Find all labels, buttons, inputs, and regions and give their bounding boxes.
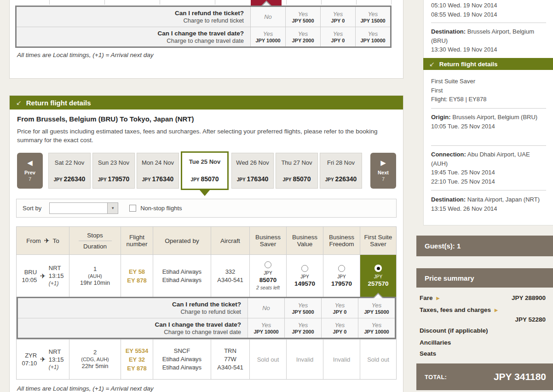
- destination-time: 13:15 Wed. 26 Nov 2014: [431, 204, 547, 213]
- date-tab-sat-22-nov[interactable]: Sat 22 Nov JPY226340: [48, 153, 91, 189]
- aircraft-type: A340-541: [217, 363, 243, 372]
- refund-question: Can I refund the ticket?: [18, 301, 241, 308]
- seats-line: Seats: [420, 350, 546, 357]
- connection-time: 19:45 Tue. 25 Nov 2014: [431, 168, 547, 177]
- sidebar-return-flight-details-header[interactable]: ↙ Return flight details: [423, 58, 553, 70]
- next-day-indicator: (+1): [49, 280, 64, 288]
- seats-label: Seats: [420, 350, 436, 357]
- from-time: 10:05: [22, 276, 37, 284]
- change-date-row: Can I change the travel date? Charge to …: [17, 27, 390, 46]
- expand-taxes-icon[interactable]: ▶: [495, 308, 498, 312]
- discount-line: Discount (if applicable): [420, 327, 546, 334]
- header-duration: Duration: [83, 243, 107, 250]
- header-business-freedom: Business Freedom: [323, 227, 360, 254]
- plane-icon: ✈: [40, 356, 46, 363]
- ancillaries-line: Ancillaries: [420, 339, 546, 346]
- route-title: From Brussels, Belgium (BRU) To Tokyo, J…: [17, 115, 194, 123]
- next-arrow-icon: ▶: [380, 159, 386, 167]
- header-stops: Stops: [87, 232, 103, 239]
- stops-count: 2: [93, 348, 97, 357]
- outbound-flight-panel: Can I refund the ticket? Charge to refun…: [9, 0, 403, 79]
- fare-invalid: Invalid: [286, 340, 323, 379]
- fare-radio[interactable]: [301, 265, 308, 272]
- date-tab-tue-25-nov-selected[interactable]: Tue 25 Nov JPY85070: [181, 151, 229, 190]
- date-tab-mon-24-nov[interactable]: Mon 24 Nov JPY176340: [137, 153, 179, 189]
- aircraft-type: A340-541: [217, 276, 243, 284]
- nonstop-flights-checkbox[interactable]: [129, 205, 136, 212]
- ancillaries-label: Ancillaries: [420, 339, 451, 346]
- expand-fare-icon[interactable]: ▶: [437, 296, 440, 300]
- prev-dates-button[interactable]: ◀ Prev 7: [17, 153, 43, 189]
- date-tab-sun-23-nov[interactable]: Sun 23 Nov JPY179570: [92, 153, 135, 189]
- fare-first-suite-saver-selected[interactable]: JPY 257570: [360, 255, 396, 297]
- change-value-cell: YesJPY 10000: [250, 27, 285, 46]
- cabin-class: First: [431, 86, 547, 95]
- fare-business-saver[interactable]: JPY 85070 2 seats left: [249, 255, 286, 297]
- prev-arrow-icon: ◀: [27, 159, 33, 167]
- fare-radio-selected[interactable]: [374, 265, 382, 272]
- plane-icon: ✈: [44, 237, 50, 244]
- column-divider: [321, 0, 322, 5]
- to-time: 13:15: [49, 272, 64, 280]
- change-date-row: Can I change the travel date? Charge to …: [18, 318, 395, 338]
- date-tab-fri-28-nov[interactable]: Fri 28 Nov JPY226340: [320, 153, 362, 189]
- column-divider: [215, 0, 215, 5]
- change-value-cell: YesJPY 10000: [358, 318, 395, 338]
- header-from: From: [26, 237, 41, 244]
- fare-value: JPY 288900: [512, 294, 546, 301]
- header-flight-number: Flight number: [121, 227, 153, 254]
- fare-name: First Suite Saver: [431, 77, 547, 86]
- date-tab-wed-26-nov[interactable]: Wed 26 Nov JPY176340: [231, 153, 274, 189]
- fare-radio[interactable]: [338, 265, 345, 272]
- fare-business-freedom[interactable]: JPY 179570: [323, 255, 360, 297]
- origin-label: Origin:: [431, 114, 451, 121]
- column-divider: [356, 0, 357, 5]
- change-value-cell: YesJPY 10000: [248, 318, 284, 338]
- flight-number: EY 878: [127, 364, 146, 373]
- discount-label: Discount (if applicable): [420, 327, 488, 334]
- selected-fare-tab-outbound[interactable]: [251, 0, 282, 6]
- section-title: Return flight details: [26, 99, 91, 107]
- local-times-note: All times are Local timings, (+1) = Arri…: [17, 52, 154, 58]
- change-value-cell: YesJPY 10000: [355, 27, 390, 46]
- route-description: Price for all guests including estimated…: [17, 127, 385, 144]
- operated-by: Etihad Airways: [162, 355, 202, 363]
- fare-invalid: Invalid: [323, 340, 360, 379]
- stops-count: 1: [93, 265, 97, 273]
- operated-by: SNCF: [174, 347, 190, 355]
- flight-row: BRU 10:05 ✈ NRT 13:15 (+1) 1 (AUH) 19hr …: [17, 254, 396, 297]
- selected-fare-block: First Suite Saver First Flight: EY58 | E…: [431, 77, 547, 104]
- flight-numbers: Flight: EY58 | EY878: [431, 95, 547, 104]
- operated-by: Etihad Airways: [162, 276, 202, 284]
- return-flight-details-header[interactable]: ↙ Return flight details: [10, 96, 403, 110]
- fare-radio[interactable]: [265, 261, 271, 268]
- refund-value-cell: No: [250, 7, 285, 27]
- divider: [431, 145, 546, 146]
- from-time: 07:10: [22, 359, 37, 367]
- via-airports: (CDG, AUH): [81, 357, 109, 362]
- fare-business-value[interactable]: JPY 149570: [286, 255, 323, 297]
- sort-by-dropdown[interactable]: ▼: [49, 202, 118, 214]
- change-value-cell: YesJPY 2000: [285, 27, 320, 46]
- refund-value-cell: YesJPY 5000: [284, 298, 321, 318]
- next-dates-button[interactable]: ▶ Next 7: [370, 153, 396, 189]
- divider: [431, 23, 546, 23]
- refund-value-cell: YesJPY 0: [321, 298, 358, 318]
- column-divider: [286, 0, 287, 5]
- flight-number: EY 5534: [126, 346, 149, 355]
- flight-number: EY 878: [127, 276, 146, 285]
- change-value-cell: YesJPY 0: [321, 318, 358, 338]
- fare-label: Fare: [420, 294, 433, 301]
- column-divider: [391, 0, 392, 5]
- selected-fare-notch: [374, 294, 382, 298]
- origin-time: 10:05 Tue. 25 Nov 2014: [431, 122, 547, 131]
- refund-row: Can I refund the ticket? Charge to refun…: [18, 298, 395, 318]
- price-summary-header: Price summary: [416, 268, 553, 288]
- operated-by: Etihad Airways: [162, 363, 202, 372]
- header-to: To: [52, 237, 59, 244]
- aircraft-type: 332: [225, 268, 236, 276]
- sort-by-label: Sort by: [23, 205, 41, 212]
- date-tab-thu-27-nov[interactable]: Thu 27 Nov JPY85070: [276, 153, 318, 189]
- change-question: Can I change the travel date?: [17, 30, 244, 37]
- refund-question: Can I refund the ticket?: [17, 10, 244, 17]
